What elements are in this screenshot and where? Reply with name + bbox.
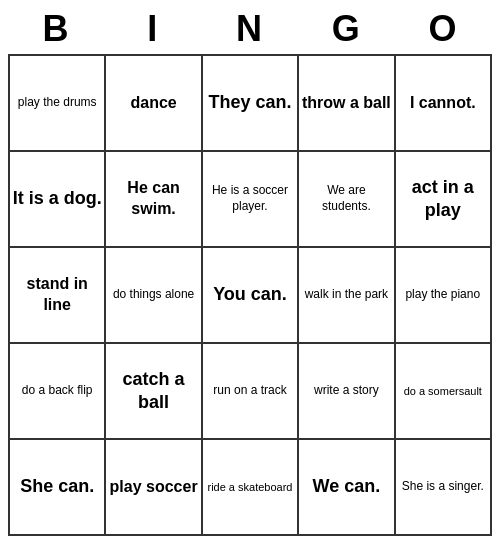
grid-cell-3-1: catch a ball [105,343,201,439]
grid-cell-2-3: walk in the park [298,247,394,343]
grid-cell-2-0: stand in line [9,247,105,343]
grid-cell-0-3: throw a ball [298,55,394,151]
grid-cell-4-2: ride a skateboard [202,439,298,535]
bingo-grid: play the drumsdanceThey can.throw a ball… [8,54,492,536]
grid-cell-1-4: act in a play [395,151,491,247]
grid-cell-0-2: They can. [202,55,298,151]
grid-cell-1-3: We are students. [298,151,394,247]
title-g: G [298,8,395,50]
grid-cell-4-3: We can. [298,439,394,535]
title-i: I [105,8,202,50]
grid-cell-3-4: do a somersault [395,343,491,439]
grid-cell-0-4: I cannot. [395,55,491,151]
bingo-title: B I N G O [8,8,492,50]
title-b: B [8,8,105,50]
grid-cell-2-1: do things alone [105,247,201,343]
grid-cell-3-0: do a back flip [9,343,105,439]
grid-cell-2-2: You can. [202,247,298,343]
grid-cell-4-1: play soccer [105,439,201,535]
grid-cell-0-1: dance [105,55,201,151]
grid-cell-4-4: She is a singer. [395,439,491,535]
grid-cell-1-2: He is a soccer player. [202,151,298,247]
grid-cell-1-0: It is a dog. [9,151,105,247]
grid-cell-3-3: write a story [298,343,394,439]
title-o: O [395,8,492,50]
grid-cell-0-0: play the drums [9,55,105,151]
grid-cell-2-4: play the piano [395,247,491,343]
grid-cell-1-1: He can swim. [105,151,201,247]
title-n: N [202,8,299,50]
grid-cell-3-2: run on a track [202,343,298,439]
grid-cell-4-0: She can. [9,439,105,535]
